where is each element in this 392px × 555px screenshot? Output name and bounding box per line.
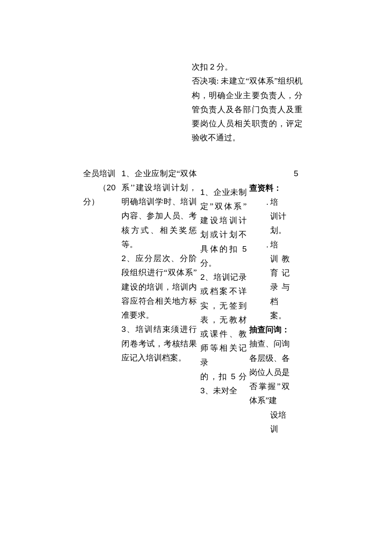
list-number: 3 [200,386,205,395]
check-docs-heading: 查资料： [249,181,290,195]
spot-check-text-cont: 设培训 [249,408,290,436]
self-score-cell: 5 [290,166,298,436]
score-number: 5 [242,244,247,253]
deduction-1: 1、企业未制定”双体系”建设培训计划或计划不具体的扣 5 分。 [200,185,247,270]
list-number: 1 [121,169,126,178]
requirements-cell: 1、企业应制定“双体系’’建设培训计划，明确培训学时、培训内容、参加人员、考核方… [121,166,200,436]
veto-clause: 否决项: 未建立“双体系”组织机构，明确企业主要负责人，分管负责人及各部门负责人… [192,74,303,145]
prev-row-tail: 次扣 2 分。 [192,60,303,74]
requirement-3: 3、培训结束须进行闭卷考试，考核结果应记入培训档案。 [121,322,197,365]
bullet-2-cont: 训 教 育记 录 与档案。 [249,252,290,323]
bullet-2: . 培 [249,238,290,252]
text-fragment: 分。 [214,62,233,71]
deduction-text: 分。 [200,259,216,267]
self-score-number: 5 [294,169,298,178]
spot-check-text: 抽查、问询各层级、各岗位人员是否掌握”双体系”建 [249,337,290,407]
item-title: 全员培训 [83,166,121,180]
deduction-2: 2、培训记录或档案不详实，无签到表，无教材或课件、教师等相关记录 [200,270,247,369]
requirement-text: 、应分层次、分阶段组织进行“双体系”建设的培训，培训内容应符合相关地方标准要求。 [121,254,197,320]
deduction-text: 的，扣 [200,372,231,381]
evidence-cell: 查资料： . 培 训计 划。 . 培 训 教 育记 录 与档案。 抽查问询： 抽… [249,166,290,436]
training-row: 全员培训 （20 分） 1、企业应制定“双体系’’建设培训计划，明确培训学时、培… [83,166,309,436]
requirement-text: 、培训结束须进行闭卷考试，考核结果应记入培训档案。 [121,325,197,362]
top-continuation-block: 次扣 2 分。 否决项: 未建立“双体系”组织机构，明确企业主要负责人，分管负责… [192,60,303,145]
text-fragment: 次扣 [192,62,210,71]
score-number: 2 [210,62,215,71]
list-number: 1 [200,188,205,197]
spot-check-heading: 抽查问询： [249,323,290,337]
deduction-text: 、培训记录或档案不详实，无签到表，无教材或课件、教师等相关记录 [200,273,247,367]
score-number: 5 [231,372,236,381]
deductions-cell: 1、企业未制定”双体系”建设培训计划或计划不具体的扣 5 分。 2、培训记录或档… [200,166,249,436]
deduction-text: 、企业未制定”双体系”建设培训计划或计划不具体的扣 [200,188,247,253]
bullet-1-cont: 训计 [249,209,290,223]
requirement-2: 2、应分层次、分阶段组织进行“双体系”建设的培训，培训内容应符合相关地方标准要求… [121,251,197,322]
list-number: 3 [121,325,126,334]
document-page: 次扣 2 分。 否决项: 未建立“双体系”组织机构，明确企业主要负责人，分管负责… [0,0,392,436]
paren-open: （ [83,180,107,195]
bullet-1: . 培 [249,195,290,209]
bullet-1-cont: 划。 [249,223,290,237]
item-score: （20 [83,180,121,195]
requirement-1: 1、企业应制定“双体系’’建设培训计划，明确培训学时、培训内容、参加人员、考核方… [121,166,197,252]
list-number: 2 [121,254,126,263]
item-name-cell: 全员培训 （20 分） [83,166,121,436]
deduction-text: 、未对全 [205,386,237,395]
list-number: 2 [200,273,205,282]
deduction-3: 的，扣 5 分 3、未对全 [200,369,247,398]
score-number: 20 [107,183,115,192]
requirement-text: 、企业应制定“双体系’’建设培训计划，明确培训学时、培训内容、参加人员、考核方式… [121,169,197,249]
deduction-text: 分 [236,372,247,381]
score-unit: 分） [83,195,121,209]
